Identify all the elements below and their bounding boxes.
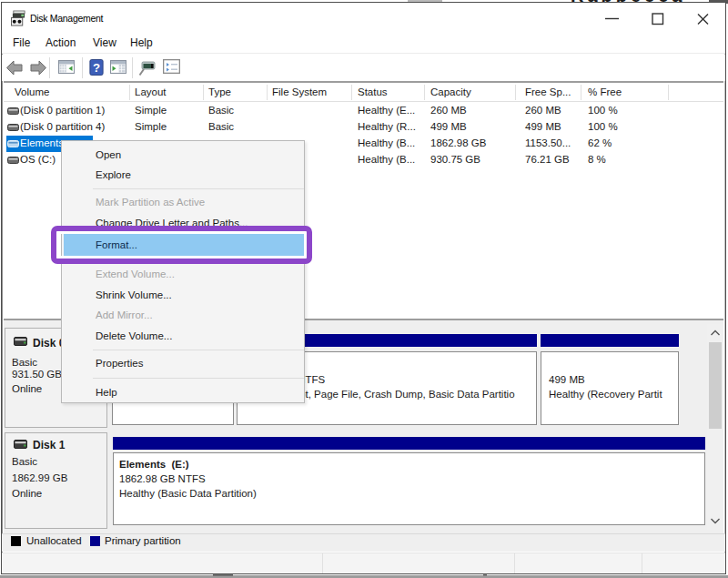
svg-text:?: ? — [93, 61, 100, 75]
